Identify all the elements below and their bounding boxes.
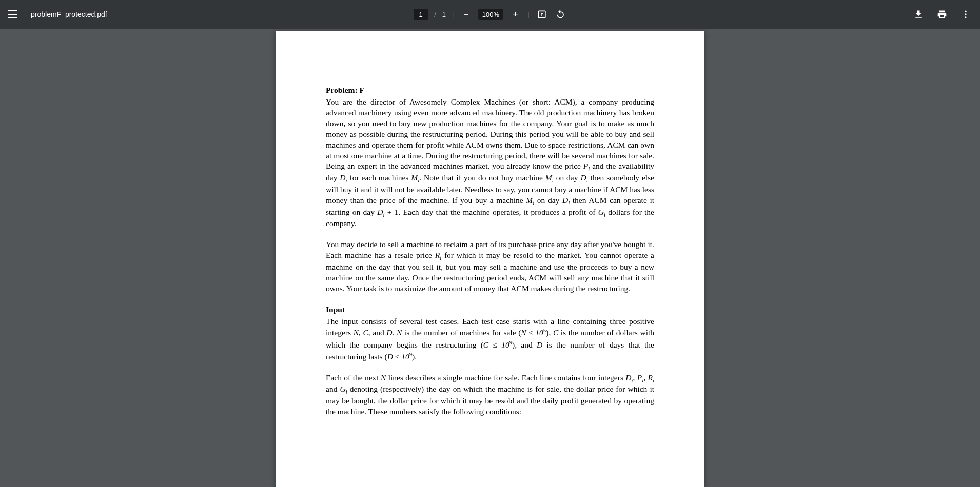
zoom-in-button[interactable]: + — [509, 8, 521, 21]
toolbar-divider: | — [527, 11, 529, 18]
print-icon[interactable] — [936, 8, 948, 21]
paragraph-2: You may decide to sell a machine to recl… — [326, 239, 654, 294]
document-filename: problemF_protected.pdf — [31, 10, 107, 18]
pdf-page: Problem: F You are the director of Aweso… — [276, 31, 704, 487]
paragraph-1: You are the director of Awesomely Comple… — [326, 97, 654, 229]
page-separator: / — [434, 11, 436, 18]
zoom-level-input[interactable] — [478, 9, 503, 20]
menu-icon[interactable] — [8, 8, 21, 21]
input-section-title: Input — [326, 305, 654, 315]
zoom-out-button[interactable]: − — [460, 8, 472, 21]
pdf-toolbar: problemF_protected.pdf / 1 | − + | — [0, 0, 980, 29]
svg-point-0 — [965, 11, 966, 12]
input-paragraph-1: The input consists of several test cases… — [326, 316, 654, 362]
page-number-input[interactable] — [414, 9, 428, 20]
svg-point-2 — [965, 16, 966, 18]
input-paragraph-2: Each of the next N lines describes a sin… — [326, 373, 654, 417]
document-viewport[interactable]: Problem: F You are the director of Aweso… — [0, 29, 980, 487]
toolbar-right — [912, 8, 980, 21]
more-options-icon[interactable] — [959, 8, 972, 21]
problem-title: Problem: F — [326, 85, 654, 96]
toolbar-left: problemF_protected.pdf — [0, 8, 107, 21]
fit-to-page-icon[interactable] — [536, 8, 548, 21]
toolbar-divider: | — [452, 11, 454, 18]
download-icon[interactable] — [912, 8, 925, 21]
toolbar-center: / 1 | − + | — [414, 8, 566, 21]
svg-point-1 — [965, 13, 966, 15]
page-total: 1 — [442, 11, 446, 18]
rotate-icon[interactable] — [554, 8, 566, 21]
